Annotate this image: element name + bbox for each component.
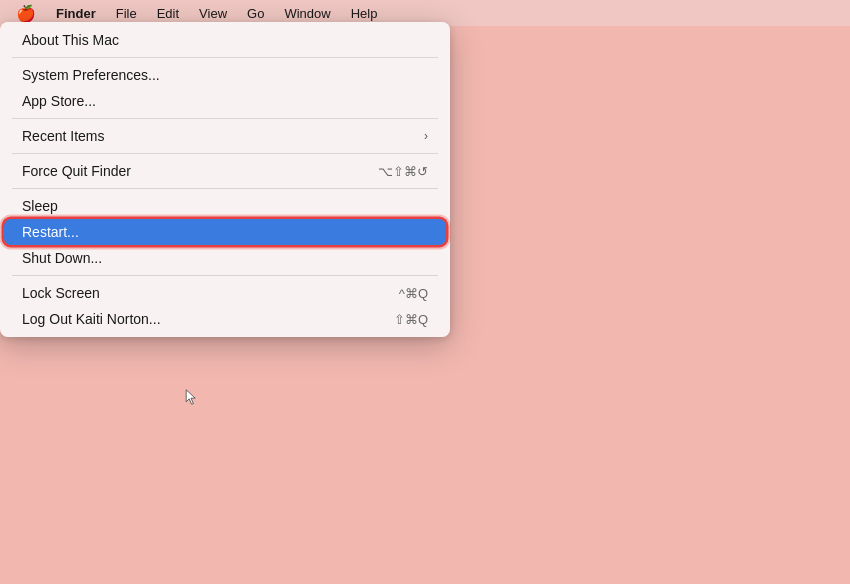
menu-item-lock-screen-shortcut: ^⌘Q [399,286,428,301]
menu-item-app-store-label: App Store... [22,93,428,109]
separator-2 [12,118,438,119]
menu-item-restart-label: Restart... [22,224,428,240]
menu-item-recent-items[interactable]: Recent Items › [4,123,446,149]
menu-bar-finder[interactable]: Finder [48,4,104,23]
menu-item-about-mac-label: About This Mac [22,32,428,48]
menu-bar-edit[interactable]: Edit [149,4,187,23]
menu-item-restart[interactable]: Restart... [4,219,446,245]
menu-item-shut-down[interactable]: Shut Down... [4,245,446,271]
separator-5 [12,275,438,276]
menu-item-system-preferences[interactable]: System Preferences... [4,62,446,88]
menu-item-app-store[interactable]: App Store... [4,88,446,114]
menu-item-log-out[interactable]: Log Out Kaiti Norton... ⇧⌘Q [4,306,446,332]
menu-item-lock-screen[interactable]: Lock Screen ^⌘Q [4,280,446,306]
separator-4 [12,188,438,189]
menu-item-about-mac[interactable]: About This Mac [4,27,446,53]
menu-item-sleep-label: Sleep [22,198,428,214]
menu-bar-go[interactable]: Go [239,4,272,23]
menu-item-log-out-shortcut: ⇧⌘Q [394,312,428,327]
menu-item-force-quit-shortcut: ⌥⇧⌘↺ [378,164,428,179]
mouse-cursor [185,388,197,406]
menu-item-log-out-label: Log Out Kaiti Norton... [22,311,394,327]
menu-item-force-quit-label: Force Quit Finder [22,163,378,179]
menu-bar-view[interactable]: View [191,4,235,23]
menu-bar-help[interactable]: Help [343,4,386,23]
menu-bar-window[interactable]: Window [276,4,338,23]
apple-dropdown-menu: About This Mac System Preferences... App… [0,22,450,337]
separator-3 [12,153,438,154]
menu-item-force-quit[interactable]: Force Quit Finder ⌥⇧⌘↺ [4,158,446,184]
menu-item-recent-items-label: Recent Items [22,128,424,144]
menu-item-sleep[interactable]: Sleep [4,193,446,219]
menu-bar-file[interactable]: File [108,4,145,23]
menu-item-lock-screen-label: Lock Screen [22,285,399,301]
separator-1 [12,57,438,58]
chevron-right-icon: › [424,129,428,143]
menu-item-shut-down-label: Shut Down... [22,250,428,266]
menu-item-system-preferences-label: System Preferences... [22,67,428,83]
